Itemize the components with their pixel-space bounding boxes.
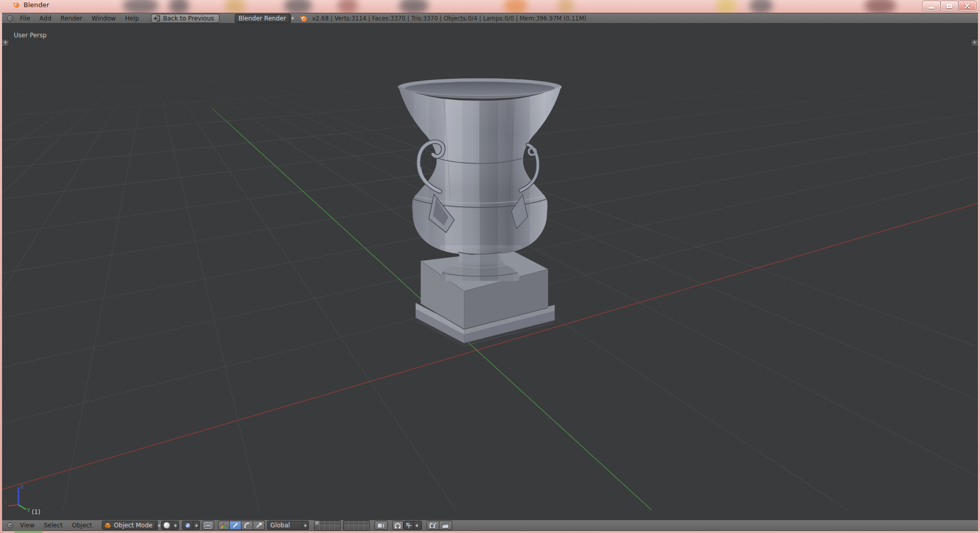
scale-icon [255, 522, 262, 529]
properties-expand-icon[interactable]: + [971, 39, 978, 47]
mode-label: Object Mode [111, 522, 156, 529]
back-arrow-icon [153, 15, 161, 21]
menu-file[interactable]: File [15, 15, 35, 22]
layer-cell[interactable] [364, 521, 369, 525]
editor-collapse-icon[interactable] [7, 522, 13, 528]
render-opengl-anim-button[interactable] [439, 521, 452, 530]
layer-cell[interactable] [364, 525, 369, 530]
menu-object[interactable]: Object [68, 522, 97, 529]
layer-cell[interactable] [354, 525, 359, 530]
desktop-blur-blob [225, 0, 246, 13]
layer-cell[interactable] [325, 525, 330, 530]
object-mode-cube-icon [104, 522, 111, 529]
layer-cell[interactable] [315, 521, 320, 525]
desktop-blur-blob [558, 0, 574, 13]
view-name-label: User Persp [14, 32, 47, 39]
toolshelf-expand-icon[interactable]: + [2, 39, 9, 47]
desktop-blur-blob [716, 0, 737, 13]
window-border-bottom [0, 531, 980, 533]
snap-element-icon [406, 522, 412, 529]
viewport-header: View Select Object Object Mode [2, 520, 978, 531]
layer-cell[interactable] [325, 521, 330, 525]
scene-lock-button[interactable] [374, 521, 388, 530]
vase-model[interactable] [398, 74, 567, 346]
manipulator-toggle-button[interactable] [218, 521, 230, 530]
gizmo-z-label: z [20, 484, 23, 490]
desktop-blur-blob [284, 0, 312, 13]
layer-cell[interactable] [349, 521, 354, 525]
menu-render[interactable]: Render [56, 15, 87, 22]
title-bar[interactable]: Blender [0, 0, 980, 13]
layer-cell[interactable] [315, 525, 320, 530]
snap-magnet-icon [394, 522, 401, 529]
back-to-previous-button[interactable]: Back to Previous [151, 14, 220, 23]
manipulate-centers-button[interactable]: ↔ [202, 521, 214, 530]
pivot-point-select[interactable] [182, 521, 200, 530]
blender-app-icon [12, 1, 20, 9]
layer-cell[interactable] [330, 521, 335, 525]
layer-cell[interactable] [344, 525, 349, 530]
snap-toggle-button[interactable] [392, 521, 404, 530]
window-title: Blender [24, 1, 49, 9]
minimize-icon [929, 7, 934, 9]
layer-cell[interactable] [344, 521, 349, 525]
render-engine-select[interactable]: Blender Render [235, 14, 291, 23]
layer-cell[interactable] [320, 525, 325, 530]
viewport-shading-select[interactable] [161, 521, 179, 530]
menu-window[interactable]: Window [87, 15, 120, 22]
menu-select[interactable]: Select [39, 522, 67, 529]
minimize-button[interactable] [923, 1, 940, 11]
close-button[interactable] [959, 1, 976, 11]
rotate-manipulator-button[interactable] [241, 521, 253, 530]
render-animation-icon [441, 522, 450, 529]
transform-orientation-select[interactable]: Global [267, 521, 309, 530]
info-header: File Add Render Window Help Back to Prev… [2, 13, 978, 24]
scale-manipulator-button[interactable] [253, 521, 265, 530]
rotate-icon [243, 522, 251, 529]
layer-cell[interactable] [330, 525, 335, 530]
layer-cell[interactable] [354, 521, 359, 525]
layer-selector [314, 520, 370, 530]
dropdown-spinner-icon [172, 521, 179, 529]
render-opengl-button[interactable] [427, 521, 439, 530]
blender-window: Blender File Add Render Window Help Back… [0, 0, 980, 533]
menu-help[interactable]: Help [120, 15, 143, 22]
layer-cell[interactable] [359, 525, 364, 530]
menu-view[interactable]: View [15, 522, 39, 529]
editor-collapse-icon[interactable] [7, 15, 13, 21]
dropdown-spinner-icon [193, 521, 199, 529]
desktop-blur-blob [749, 0, 773, 13]
desktop-blur-blob [338, 0, 358, 13]
desktop-blur-blob [399, 0, 429, 13]
scene-canvas [2, 24, 978, 520]
window-border-left [0, 13, 2, 533]
orientation-label: Global [268, 522, 302, 529]
manipulator-axes-icon [220, 522, 227, 529]
back-to-previous-label: Back to Previous [163, 15, 214, 22]
viewport-shading-icon [164, 522, 170, 528]
viewport-3d[interactable]: User Persp (1) + + x z y [2, 24, 978, 520]
translate-icon [232, 522, 239, 529]
layer-cell[interactable] [335, 525, 340, 530]
layer-group-1 [314, 520, 341, 530]
translate-manipulator-button[interactable] [230, 521, 241, 530]
center-points-icon: ↔ [205, 522, 212, 529]
layer-cell[interactable] [359, 521, 364, 525]
mode-select[interactable]: Object Mode [102, 521, 158, 530]
dropdown-spinner-icon [289, 14, 296, 23]
layer-cell[interactable] [320, 521, 325, 525]
scene-lock-icon [377, 522, 385, 529]
layer-cell[interactable] [335, 521, 340, 525]
gizmo-y-label: y [27, 506, 30, 512]
maximize-button[interactable] [941, 1, 958, 11]
desktop-blur-blob [123, 0, 159, 13]
menu-add[interactable]: Add [35, 15, 56, 22]
layer-cell[interactable] [349, 525, 354, 530]
render-camera-icon [429, 522, 437, 529]
desktop-blur-blob [14, 531, 42, 533]
snap-element-select[interactable] [404, 521, 422, 530]
window-border-right [978, 13, 980, 533]
layer-group-2 [343, 520, 370, 530]
gizmo-x-label: x [4, 500, 7, 505]
desktop-blur-blob [169, 0, 189, 13]
